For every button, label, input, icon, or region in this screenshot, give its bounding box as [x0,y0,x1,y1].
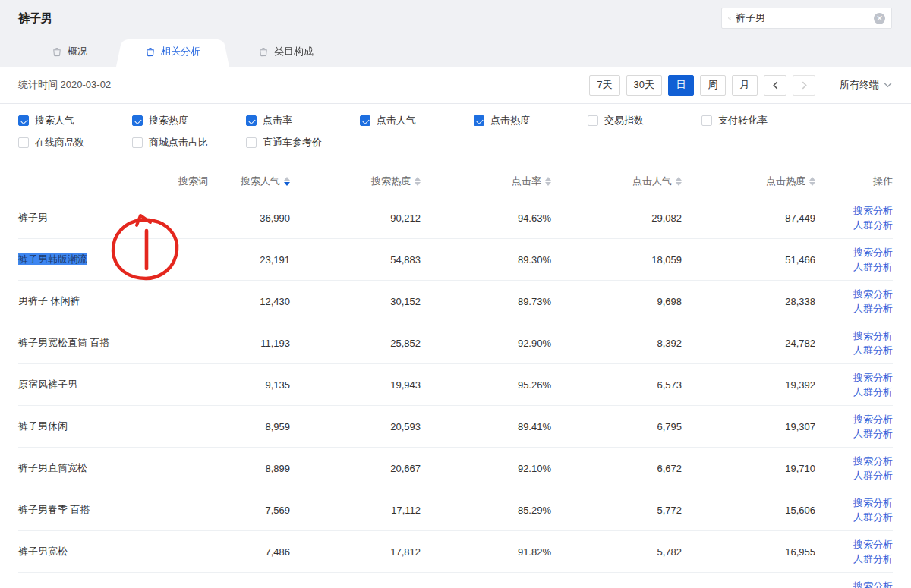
search-popularity-value: 7,569 [208,489,290,531]
checkbox-icon[interactable] [474,115,484,126]
search-analysis-link[interactable]: 搜索分析 [815,329,893,343]
search-analysis-link[interactable]: 搜索分析 [815,495,893,510]
keyword-search-box[interactable]: ✕ [721,8,892,29]
search-icon [728,13,731,24]
column-label: 点击热度 [766,175,805,188]
table-row: 裤子男休闲 8,959 20,593 89.41% 6,795 19,307 搜… [18,406,893,448]
crowd-analysis-link[interactable]: 人群分析 [815,468,893,483]
sort-desc-icon [415,182,421,186]
search-analysis-link[interactable]: 搜索分析 [815,287,893,301]
ctr-value: 85.29% [421,489,551,531]
tab-item[interactable]: 相关分析 [116,36,229,67]
crowd-analysis-link[interactable]: 人群分析 [815,385,893,399]
search-heat-value: 17,112 [290,489,421,531]
search-analysis-link[interactable]: 搜索分析 [815,203,893,218]
column-header[interactable]: 搜索人气 [208,165,290,197]
search-analysis-link[interactable]: 搜索分析 [815,412,893,426]
checkbox-icon[interactable] [360,115,370,126]
crowd-analysis-link[interactable]: 人群分析 [815,259,893,274]
sort-carets-icon[interactable] [284,177,290,186]
checkbox-icon[interactable] [701,115,712,126]
search-analysis-link[interactable]: 搜索分析 [815,454,893,468]
ctr-value: 89.41% [421,406,551,448]
search-popularity-value: 9,135 [208,364,290,406]
table-row: 原宿风裤子男 9,135 19,943 95.26% 6,573 19,392 … [18,364,893,406]
click-heat-value: 19,307 [682,406,815,448]
range-button[interactable]: 日 [668,75,694,96]
tab-item[interactable]: 概况 [23,36,116,67]
checkbox-icon[interactable] [18,137,29,148]
sort-asc-icon [676,177,682,181]
range-button[interactable]: 30天 [626,75,662,96]
click-heat-value: 19,392 [682,364,815,406]
column-label: 搜索词 [178,175,208,188]
crowd-analysis-link[interactable]: 人群分析 [815,343,893,357]
terminal-label: 所有终端 [840,78,879,92]
checkbox-icon[interactable] [588,115,598,126]
metric-checkbox-item[interactable]: 点击人气 [360,114,474,127]
range-button[interactable]: 7天 [589,75,619,96]
metric-checkbox-item[interactable]: 点击率 [246,114,360,127]
sort-carets-icon[interactable] [545,177,551,186]
next-arrow-button[interactable] [793,75,815,96]
column-header[interactable]: 点击热度 [682,165,815,197]
keyword-text: 裤子男宽松 [18,546,68,557]
checkbox-icon[interactable] [18,115,29,126]
metric-checkbox-item[interactable]: 搜索热度 [132,114,246,127]
terminal-dropdown[interactable]: 所有终端 [840,78,892,92]
metric-label: 支付转化率 [718,114,768,127]
sort-carets-icon[interactable] [809,177,815,186]
search-popularity-value: 8,959 [208,406,290,448]
crowd-analysis-link[interactable]: 人群分析 [815,552,893,566]
search-input[interactable] [736,13,869,24]
crowd-analysis-link[interactable]: 人群分析 [815,510,893,524]
search-analysis-link[interactable]: 搜索分析 [815,370,893,385]
range-button[interactable]: 周 [700,75,726,96]
search-analysis-link[interactable]: 搜索分析 [815,245,893,259]
search-heat-value: 19,015 [290,573,421,588]
metric-checkbox-item[interactable]: 交易指数 [588,114,701,127]
column-header[interactable]: 搜索词 [18,165,208,197]
metric-checkbox-item[interactable]: 直通车参考价 [246,136,360,149]
checkbox-icon[interactable] [246,115,257,126]
metric-filter-row: 搜索人气 搜索热度 点击率 点击人气 [18,114,893,127]
prev-arrow-button[interactable] [764,75,786,96]
column-header[interactable]: 点击率 [421,165,551,197]
range-button[interactable]: 月 [732,75,758,96]
click-heat-value: 16,955 [682,531,815,573]
metric-checkbox-item[interactable]: 点击热度 [474,114,588,127]
metric-checkbox-item[interactable]: 搜索人气 [18,114,132,127]
checkbox-icon[interactable] [246,137,257,148]
checkbox-icon[interactable] [132,115,143,126]
crowd-analysis-link[interactable]: 人群分析 [815,426,893,441]
search-analysis-link[interactable]: 搜索分析 [815,579,893,588]
metric-label: 直通车参考价 [263,136,322,149]
chevron-down-icon [884,82,892,88]
column-header[interactable]: 点击人气 [551,165,682,197]
crowd-analysis-link[interactable]: 人群分析 [815,218,893,232]
search-popularity-value: 11,193 [208,322,290,364]
metric-checkbox-item[interactable]: 商城点击占比 [132,136,246,149]
top-header: 裤子男 ✕ [0,0,911,36]
column-header[interactable]: 操作 [815,165,893,197]
tab-item[interactable]: 类目构成 [229,36,342,67]
metric-label: 搜索热度 [149,114,188,127]
search-popularity-value: 7,160 [208,573,290,588]
shopping-bag-icon [52,46,62,57]
clear-icon[interactable]: ✕ [874,13,885,24]
checkbox-icon[interactable] [132,137,143,148]
sort-carets-icon[interactable] [415,177,421,186]
click-popularity-value: 6,573 [551,364,682,406]
crowd-analysis-link[interactable]: 人群分析 [815,301,893,316]
search-heat-value: 20,667 [290,448,421,489]
sort-carets-icon[interactable] [676,177,682,186]
ctr-value: 89.73% [421,281,551,322]
metric-checkbox-item[interactable]: 支付转化率 [701,114,815,127]
column-header[interactable]: 搜索热度 [290,165,421,197]
metric-checkbox-item[interactable]: 在线商品数 [18,136,132,149]
search-analysis-link[interactable]: 搜索分析 [815,537,893,552]
stat-time-label: 统计时间 2020-03-02 [18,78,111,92]
sort-desc-icon [676,182,682,186]
metric-label: 交易指数 [604,114,644,127]
ctr-value: 91.82% [421,531,551,573]
